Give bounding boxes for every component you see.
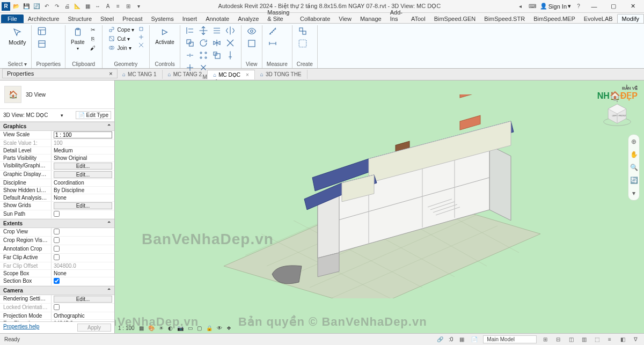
viewtab-mc-tang-1[interactable]: ⌂MC TANG 1 xyxy=(117,70,163,79)
viewtab-mc-doc[interactable]: ⌂MC DỌC× xyxy=(208,70,255,79)
tab-modify[interactable]: Modify xyxy=(617,14,644,23)
editable-icon[interactable]: 📄 xyxy=(470,336,479,342)
redo-icon[interactable]: ↷ xyxy=(53,2,61,11)
measure-icon[interactable]: 📐 xyxy=(73,2,82,11)
tab-systems[interactable]: Systems xyxy=(147,14,178,23)
pan-icon[interactable]: ✋ xyxy=(630,151,638,158)
create-similar-icon[interactable] xyxy=(297,25,309,37)
tab-structure[interactable]: Structure xyxy=(63,14,96,23)
main-model-selector[interactable]: Main Model xyxy=(483,335,537,343)
crop-region-checkbox[interactable] xyxy=(54,237,60,243)
thin-lines-icon[interactable]: ≡ xyxy=(114,2,122,11)
beam-join-icon[interactable] xyxy=(137,33,145,41)
prop-annotation-crop[interactable]: Annotation Crop xyxy=(0,245,114,254)
detail-level-icon[interactable]: ▦ xyxy=(139,325,144,331)
properties-help-link[interactable]: Properties help xyxy=(3,324,39,332)
minimize-button[interactable]: — xyxy=(586,1,602,12)
crop-icon[interactable]: ▭ xyxy=(188,325,193,331)
split-face-icon[interactable] xyxy=(137,41,145,49)
signin-button[interactable]: 👤Sign In▾ xyxy=(540,3,571,10)
align-icon[interactable]: ▦ xyxy=(83,2,92,11)
zoom-icon[interactable]: 🔍 xyxy=(630,164,638,171)
status-icon-3[interactable]: ◫ xyxy=(567,336,575,342)
maximize-button[interactable]: ▢ xyxy=(605,1,621,12)
prop-section-box[interactable]: Section Box xyxy=(0,277,114,286)
save-icon[interactable]: 💾 xyxy=(22,2,31,11)
tab-precast[interactable]: Precast xyxy=(118,14,147,23)
open-icon[interactable]: 📂 xyxy=(12,2,20,11)
tab-analyze[interactable]: Analyze xyxy=(233,14,263,23)
tab-atool[interactable]: ATool xyxy=(407,14,430,23)
prop-sun-path[interactable]: Sun Path xyxy=(0,210,114,219)
copy-clipboard-button[interactable]: ⎘ xyxy=(88,34,98,43)
tab-massing[interactable]: Massing & Site xyxy=(263,8,296,23)
offset-tool-icon[interactable] xyxy=(211,25,222,36)
lock-icon[interactable]: 🔒 xyxy=(206,325,213,331)
mirror-axis-icon[interactable] xyxy=(225,25,236,36)
reveal-icon[interactable]: ❖ xyxy=(226,325,231,331)
properties-icon[interactable] xyxy=(36,25,48,37)
sun-path-checkbox[interactable] xyxy=(54,211,60,217)
filter-icon[interactable]: ∇ xyxy=(631,336,640,342)
type-properties-icon[interactable] xyxy=(36,38,48,50)
close-properties-icon[interactable]: × xyxy=(109,70,112,77)
cut-geom-button[interactable]: Cut ▾ xyxy=(107,34,136,43)
join-button[interactable]: Join ▾ xyxy=(107,43,136,52)
category-extents[interactable]: Extents⌃ xyxy=(0,219,114,228)
switch-icon[interactable]: ▾ xyxy=(134,2,143,11)
prop-locked-orient[interactable]: Locked Orientation xyxy=(0,304,114,312)
revit-logo-icon[interactable]: R xyxy=(2,2,10,11)
anno-crop-checkbox[interactable] xyxy=(54,246,60,252)
copy-tool-icon[interactable] xyxy=(185,38,195,48)
category-graphics[interactable]: Graphics⌃ xyxy=(0,122,114,131)
instance-selector[interactable]: 3D View: MC DỌC xyxy=(3,112,48,118)
keyboard-icon[interactable]: ⌨ xyxy=(528,2,537,11)
prop-show-grids[interactable]: Show GridsEdit... xyxy=(0,202,114,210)
full-nav-icon[interactable]: ⊕ xyxy=(631,138,636,145)
category-camera[interactable]: Camera⌃ xyxy=(0,286,114,295)
tab-bimspeed-gen[interactable]: BimSpeed.GEN xyxy=(430,14,480,23)
prop-hidden-lines[interactable]: Show Hidden LinesBy Discipline xyxy=(0,187,114,194)
prop-far-clip[interactable]: Far Clip Active xyxy=(0,254,114,262)
measure-tool-icon[interactable] xyxy=(267,25,279,37)
wall-join-icon[interactable] xyxy=(137,25,145,33)
edit-type-button[interactable]: 📄 Edit Type xyxy=(76,111,111,119)
tab-bimspeed-mep[interactable]: BimSpeed.MEP xyxy=(529,14,580,23)
trim-icon[interactable] xyxy=(225,38,236,48)
modify-button[interactable]: Modify xyxy=(8,25,27,47)
match-button[interactable]: 🖌 xyxy=(88,43,98,52)
navigation-bar[interactable]: ⊕ ✋ 🔍 🔄 ▾ xyxy=(628,134,640,201)
type-selector[interactable]: 🏠 3D View xyxy=(0,80,114,109)
tab-evolvelab[interactable]: EvolveLAB xyxy=(580,14,617,23)
split-icon[interactable] xyxy=(185,50,195,61)
status-icon-2[interactable]: ⊟ xyxy=(554,336,562,342)
far-clip-checkbox[interactable] xyxy=(54,254,60,260)
properties-palette-title[interactable]: Properties× xyxy=(2,69,118,78)
prop-detail-level[interactable]: Detail LevelMedium xyxy=(0,147,114,155)
prop-crop-view[interactable]: Crop View xyxy=(0,228,114,237)
array-icon[interactable] xyxy=(198,50,209,61)
apply-button[interactable]: Apply xyxy=(77,324,111,332)
prop-graphic-display[interactable]: Graphic Display Opt...Edit... xyxy=(0,171,114,179)
status-icon-1[interactable]: ⊞ xyxy=(541,336,550,342)
tab-view[interactable]: View xyxy=(334,14,356,23)
close-views-icon[interactable]: ⊞ xyxy=(124,2,133,11)
worksets-icon[interactable]: ▦ xyxy=(457,336,466,342)
sync-icon[interactable]: 🔄 xyxy=(32,2,41,11)
tag-icon[interactable]: A xyxy=(104,2,112,11)
help-icon[interactable]: ? xyxy=(574,2,583,11)
rotate-tool-icon[interactable] xyxy=(198,38,209,48)
move-tool-icon[interactable] xyxy=(198,25,209,36)
scale-icon[interactable] xyxy=(211,50,222,61)
section-box-checkbox[interactable] xyxy=(54,278,60,284)
tab-collaborate[interactable]: Collaborate xyxy=(296,14,334,23)
view-cube[interactable]: LEFT FRONT xyxy=(601,99,633,131)
orbit-icon[interactable]: 🔄 xyxy=(630,177,638,184)
prop-discipline[interactable]: DisciplineCoordination xyxy=(0,179,114,187)
render-icon[interactable]: 📷 xyxy=(177,325,184,331)
override-icon[interactable] xyxy=(246,38,258,49)
close-tab-icon[interactable]: × xyxy=(246,72,249,78)
temp-hide-icon[interactable]: 👁 xyxy=(217,325,222,331)
prop-analysis[interactable]: Default Analysis Dis...None xyxy=(0,194,114,202)
tab-manage[interactable]: Manage xyxy=(356,14,386,23)
